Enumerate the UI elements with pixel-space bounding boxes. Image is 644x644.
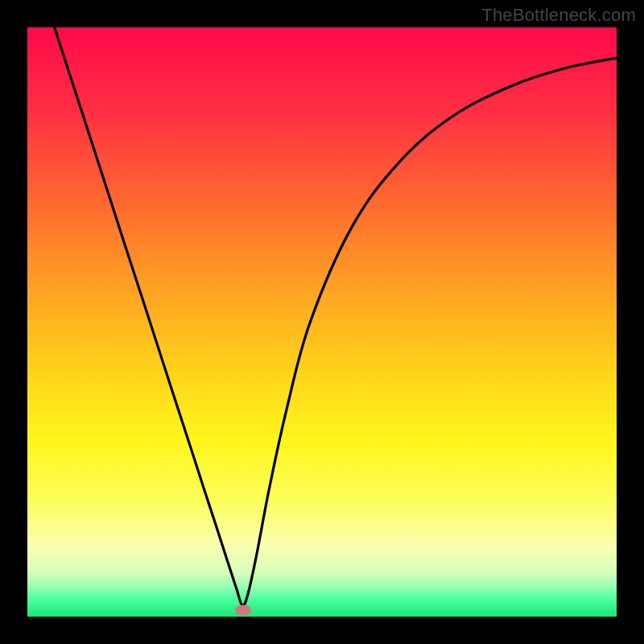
watermark-text: TheBottleneck.com <box>481 5 636 26</box>
bottleneck-curve <box>27 27 617 617</box>
optimal-marker <box>235 605 251 615</box>
plot-area <box>27 27 617 617</box>
